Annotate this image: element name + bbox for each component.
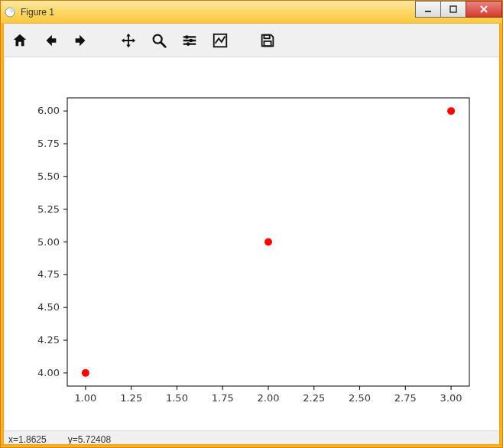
svg-text:5.00: 5.00 xyxy=(37,236,60,248)
titlebar[interactable]: Figure 1 xyxy=(1,1,502,24)
status-x: x=1.8625 xyxy=(8,434,47,445)
svg-text:2.75: 2.75 xyxy=(394,392,417,404)
svg-text:2.50: 2.50 xyxy=(349,392,371,404)
edit-button[interactable] xyxy=(206,27,235,54)
scatter-plot: 1.001.251.501.752.002.252.502.753.004.00… xyxy=(3,58,500,429)
home-button[interactable] xyxy=(5,27,34,54)
window-controls xyxy=(416,1,502,23)
save-icon xyxy=(259,32,276,49)
forward-button[interactable] xyxy=(67,27,96,54)
svg-text:5.50: 5.50 xyxy=(37,170,60,182)
back-icon xyxy=(42,32,59,49)
window-edge xyxy=(1,24,4,447)
svg-text:1.75: 1.75 xyxy=(212,392,234,404)
close-icon xyxy=(479,5,488,14)
maximize-button[interactable] xyxy=(440,1,466,18)
svg-rect-2 xyxy=(450,6,456,12)
svg-text:1.50: 1.50 xyxy=(166,392,188,404)
svg-text:1.25: 1.25 xyxy=(120,392,142,404)
svg-text:4.00: 4.00 xyxy=(37,367,60,378)
minimize-icon xyxy=(424,5,432,13)
svg-text:5.25: 5.25 xyxy=(37,203,60,215)
close-button[interactable] xyxy=(466,1,502,18)
window-edge xyxy=(499,24,502,447)
toolbar xyxy=(1,24,502,57)
plot-canvas[interactable]: 1.001.251.501.752.002.252.502.753.004.00… xyxy=(3,58,500,429)
pan-icon xyxy=(120,32,137,49)
svg-text:5.75: 5.75 xyxy=(37,138,60,149)
svg-text:2.00: 2.00 xyxy=(258,392,280,404)
subplots-icon xyxy=(181,32,198,49)
svg-point-4 xyxy=(185,35,189,39)
window-edge xyxy=(1,444,502,447)
status-y: y=5.72408 xyxy=(68,434,111,445)
data-point xyxy=(82,369,89,377)
svg-text:1.00: 1.00 xyxy=(74,392,96,404)
edit-icon xyxy=(212,32,229,49)
svg-text:3.00: 3.00 xyxy=(440,392,462,404)
minimize-button[interactable] xyxy=(415,1,441,18)
save-button[interactable] xyxy=(253,27,282,54)
forward-icon xyxy=(73,32,89,49)
maximize-icon xyxy=(449,5,457,13)
svg-rect-1 xyxy=(425,11,431,12)
back-button[interactable] xyxy=(36,27,65,54)
data-point xyxy=(447,107,455,115)
svg-rect-9 xyxy=(264,41,271,45)
home-icon xyxy=(11,32,28,49)
app-icon xyxy=(1,7,19,18)
svg-text:4.25: 4.25 xyxy=(37,334,60,346)
zoom-button[interactable] xyxy=(144,27,174,54)
svg-point-5 xyxy=(190,38,193,42)
pan-button[interactable] xyxy=(114,27,143,54)
svg-text:4.75: 4.75 xyxy=(37,268,60,280)
svg-point-6 xyxy=(187,42,190,46)
data-point xyxy=(264,239,272,246)
svg-text:6.00: 6.00 xyxy=(37,105,60,116)
figure-window: Figure 1 xyxy=(0,0,503,448)
zoom-icon xyxy=(151,32,167,49)
subplots-button[interactable] xyxy=(175,27,204,54)
svg-text:4.50: 4.50 xyxy=(37,301,60,313)
svg-rect-8 xyxy=(264,34,269,38)
window-title: Figure 1 xyxy=(19,7,54,18)
svg-text:2.25: 2.25 xyxy=(303,392,325,404)
